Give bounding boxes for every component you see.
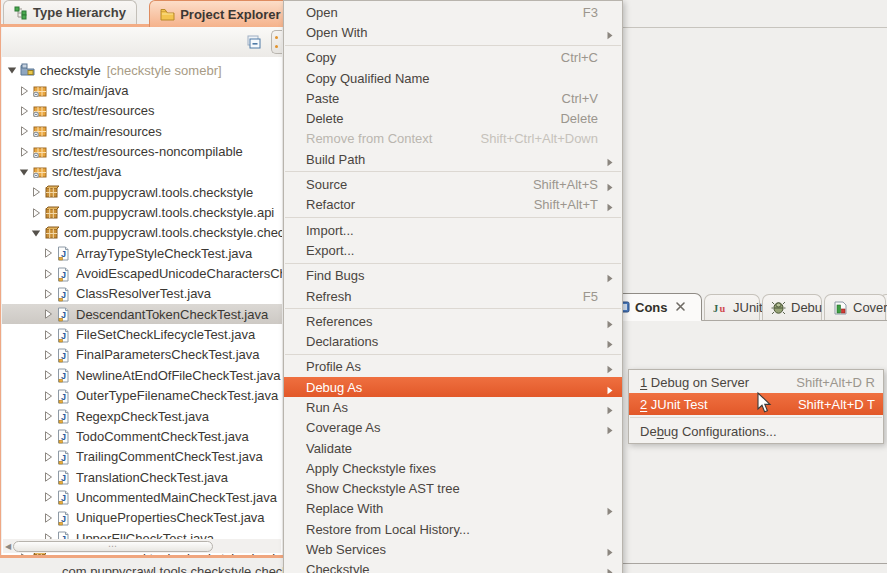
source-folder-icon xyxy=(32,165,47,179)
tree-item-finalparameterschecktest-java[interactable]: JFinalParametersCheckTest.java xyxy=(2,345,282,365)
project-explorer-view: Type HierarchyProject Explorer checkstyl… xyxy=(0,0,284,558)
tab-debu[interactable]: Debu xyxy=(762,294,822,320)
menu-item-run-as[interactable]: Run As xyxy=(284,397,622,417)
tree-item-src-main-java[interactable]: src/main/java xyxy=(2,80,282,100)
submenu-item-2-junit-test[interactable]: 2 JUnit TestShift+Alt+D T xyxy=(629,393,883,415)
tree-item-translationchecktest-java[interactable]: JTranslationCheckTest.java xyxy=(2,467,282,487)
twisty-collapsed-icon[interactable] xyxy=(42,329,54,341)
tree-item-com-puppycrawl-tools-checkstyle-checks[interactable]: com.puppycrawl.tools.checkstyle.checks xyxy=(2,223,282,243)
menu-item-open[interactable]: OpenF3 xyxy=(284,2,622,22)
twisty-collapsed-icon[interactable] xyxy=(42,471,54,483)
menu-item-refresh[interactable]: RefreshF5 xyxy=(284,286,622,306)
menu-item-import[interactable]: Import... xyxy=(284,220,622,240)
tree-item-uniquepropertieschecktest-java[interactable]: JUniquePropertiesCheckTest.java xyxy=(2,508,282,528)
twisty-collapsed-icon[interactable] xyxy=(42,410,54,422)
menu-item-replace-with[interactable]: Replace With xyxy=(284,499,622,519)
menu-item-source[interactable]: SourceShift+Alt+S xyxy=(284,174,622,194)
menu-item-label: Coverage As xyxy=(306,420,606,435)
menu-item-find-bugs[interactable]: Find Bugs xyxy=(284,266,622,286)
menu-item-debug-as[interactable]: Debug As xyxy=(284,377,622,397)
java-file-icon: J xyxy=(56,450,71,464)
menu-item-export[interactable]: Export... xyxy=(284,240,622,260)
tree-item-descendanttokenchecktest-java[interactable]: JDescendantTokenCheckTest.java xyxy=(2,304,282,324)
tree-item-label: AvoidEscapedUnicodeCharactersCheckTest.j… xyxy=(76,266,282,281)
tab-type-hierarchy[interactable]: Type Hierarchy xyxy=(3,0,137,24)
twisty-expanded-icon[interactable] xyxy=(30,227,42,239)
tab-cover[interactable]: Cover xyxy=(824,294,886,320)
menu-item-restore-from-local-history[interactable]: Restore from Local History... xyxy=(284,519,622,539)
label-pre: De xyxy=(640,424,657,439)
tree-item-src-main-resources[interactable]: src/main/resources xyxy=(2,121,282,141)
menu-shortcut: Shift+Alt+D T xyxy=(798,397,875,412)
menu-item-references[interactable]: References xyxy=(284,311,622,331)
menu-shortcut: F5 xyxy=(583,289,598,304)
tree-item-regexpchecktest-java[interactable]: JRegexpCheckTest.java xyxy=(2,406,282,426)
tree-item-classresolvertest-java[interactable]: JClassResolverTest.java xyxy=(2,284,282,304)
tree-item-src-test-resources[interactable]: src/test/resources xyxy=(2,101,282,121)
tree-item-arraytypestylechecktest-java[interactable]: JArrayTypeStyleCheckTest.java xyxy=(2,243,282,263)
menu-item-web-services[interactable]: Web Services xyxy=(284,539,622,559)
twisty-collapsed-icon[interactable] xyxy=(42,288,54,300)
menu-item-delete[interactable]: DeleteDelete xyxy=(284,108,622,128)
tree-item-src-test-resources-noncompilable[interactable]: src/test/resources-noncompilable xyxy=(2,141,282,161)
source-folder-icon xyxy=(32,124,47,138)
scrollbar-thumb[interactable]: ⋯ xyxy=(13,541,213,552)
horizontal-scrollbar[interactable]: ◀ ⋯ xyxy=(3,539,281,553)
tree-item-src-test-java[interactable]: src/test/java xyxy=(2,162,282,182)
menu-item-open-with[interactable]: Open With xyxy=(284,22,622,42)
menu-item-checkstyle[interactable]: Checkstyle xyxy=(284,560,622,573)
menu-item-validate[interactable]: Validate xyxy=(284,438,622,458)
twisty-expanded-icon[interactable] xyxy=(18,166,30,178)
menu-item-paste[interactable]: PasteCtrl+V xyxy=(284,88,622,108)
menu-item-build-path[interactable]: Build Path xyxy=(284,149,622,169)
twisty-collapsed-icon[interactable] xyxy=(18,105,30,117)
tree-item-com-puppycrawl-tools-checkstyle[interactable]: com.puppycrawl.tools.checkstyle xyxy=(2,182,282,202)
twisty-collapsed-icon[interactable] xyxy=(42,390,54,402)
submenu-item-1-debug-on-server[interactable]: 1 Debug on ServerShift+Alt+D R xyxy=(629,371,883,393)
tree-item-newlineatendoffilechecktest-java[interactable]: JNewlineAtEndOfFileCheckTest.java xyxy=(2,365,282,385)
twisty-collapsed-icon[interactable] xyxy=(42,451,54,463)
tree-item-uncommentedmainchecktest-java[interactable]: JUncommentedMainCheckTest.java xyxy=(2,487,282,507)
menu-item-apply-checkstyle-fixes[interactable]: Apply Checkstyle fixes xyxy=(284,458,622,478)
twisty-collapsed-icon[interactable] xyxy=(42,247,54,259)
submenu-item-debug-configurations[interactable]: Debug Configurations... xyxy=(629,420,883,442)
tree-item-checkstyle[interactable]: checkstyle[checkstyle somebr] xyxy=(2,60,282,80)
menu-item-show-checkstyle-ast-tree[interactable]: Show Checkstyle AST tree xyxy=(284,479,622,499)
menu-item-declarations[interactable]: Declarations xyxy=(284,331,622,351)
twisty-collapsed-icon[interactable] xyxy=(42,369,54,381)
twisty-collapsed-icon[interactable] xyxy=(18,125,30,137)
twisty-collapsed-icon[interactable] xyxy=(42,268,54,280)
tree-item-outertypefilenamechecktest-java[interactable]: JOuterTypeFilenameCheckTest.java xyxy=(2,386,282,406)
twisty-collapsed-icon[interactable] xyxy=(18,146,30,158)
tree-item-avoidescapedunicodecharacterschecktest-java[interactable]: JAvoidEscapedUnicodeCharactersCheckTest.… xyxy=(2,263,282,283)
tree-item-todocommentchecktest-java[interactable]: JTodoCommentCheckTest.java xyxy=(2,426,282,446)
twisty-collapsed-icon[interactable] xyxy=(42,512,54,524)
view-menu-button-partial[interactable] xyxy=(271,30,282,54)
tab-junit[interactable]: JuJUnit xyxy=(704,294,760,320)
menu-item-profile-as[interactable]: Profile As xyxy=(284,357,622,377)
tree-item-label: UncommentedMainCheckTest.java xyxy=(76,490,277,505)
menu-separator xyxy=(285,354,621,355)
java-file-icon: J xyxy=(56,470,71,484)
tree-item-com-puppycrawl-tools-checkstyle-api[interactable]: com.puppycrawl.tools.checkstyle.api xyxy=(2,202,282,222)
twisty-collapsed-icon[interactable] xyxy=(30,186,42,198)
twisty-collapsed-icon[interactable] xyxy=(30,207,42,219)
twisty-collapsed-icon[interactable] xyxy=(42,308,54,320)
menu-item-coverage-as[interactable]: Coverage As xyxy=(284,418,622,438)
menu-arrow-spacer xyxy=(606,464,616,473)
close-icon[interactable] xyxy=(675,301,687,313)
java-file-icon: J xyxy=(56,389,71,403)
menu-item-refactor[interactable]: RefactorShift+Alt+T xyxy=(284,195,622,215)
menu-item-label: Show Checkstyle AST tree xyxy=(306,481,606,496)
twisty-collapsed-icon[interactable] xyxy=(42,349,54,361)
menu-item-copy-qualified-name[interactable]: Copy Qualified Name xyxy=(284,68,622,88)
menu-item-copy[interactable]: CopyCtrl+C xyxy=(284,48,622,68)
scroll-left-arrow-icon[interactable]: ◀ xyxy=(3,542,13,551)
twisty-collapsed-icon[interactable] xyxy=(42,491,54,503)
tree-item-filesetchecklifecycletest-java[interactable]: JFileSetCheckLifecycleTest.java xyxy=(2,324,282,344)
twisty-collapsed-icon[interactable] xyxy=(42,430,54,442)
twisty-expanded-icon[interactable] xyxy=(6,64,18,76)
tree-item-trailingcommentchecktest-java[interactable]: JTrailingCommentCheckTest.java xyxy=(2,447,282,467)
twisty-collapsed-icon[interactable] xyxy=(18,85,30,97)
collapse-all-button[interactable] xyxy=(244,32,264,52)
